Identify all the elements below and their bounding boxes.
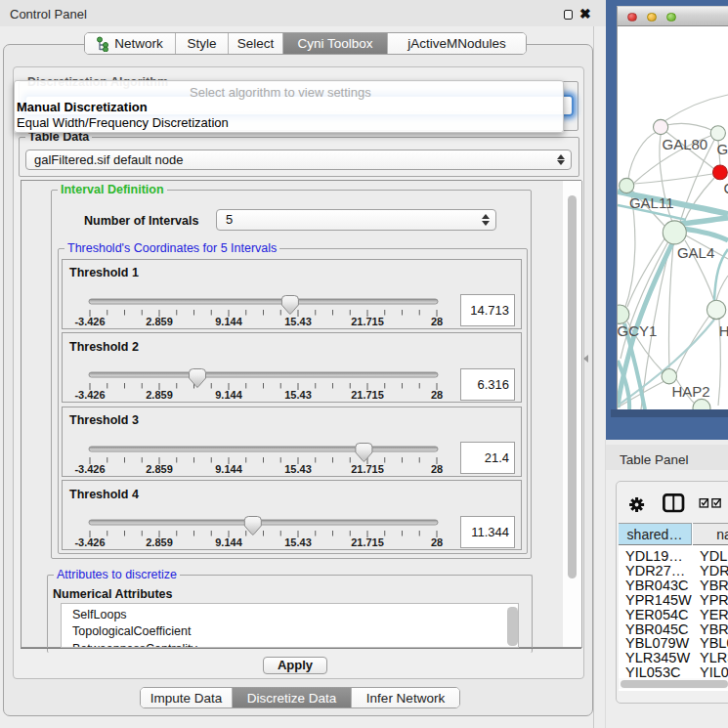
svg-text:GCY1: GCY1 [618, 322, 657, 339]
svg-text:-3.426: -3.426 [74, 536, 105, 548]
svg-text:2.859: 2.859 [146, 315, 173, 326]
svg-text:9.144: 9.144 [215, 315, 242, 326]
svg-text:9.144: 9.144 [215, 389, 242, 401]
svg-text:28: 28 [431, 389, 443, 401]
svg-text:-3.426: -3.426 [74, 462, 105, 474]
svg-text:2.859: 2.859 [146, 389, 173, 401]
svg-text:28: 28 [431, 536, 443, 548]
svg-text:HAP2: HAP2 [671, 383, 709, 400]
svg-text:15.43: 15.43 [284, 315, 312, 326]
svg-text:15.43: 15.43 [284, 462, 312, 474]
svg-text:21.715: 21.715 [351, 389, 384, 401]
svg-text:C: C [724, 180, 728, 196]
svg-text:28: 28 [431, 462, 443, 474]
svg-text:15.43: 15.43 [284, 536, 312, 548]
svg-text:15.43: 15.43 [284, 389, 312, 401]
svg-text:H: H [719, 322, 728, 339]
svg-text:21.715: 21.715 [351, 315, 384, 326]
svg-text:-3.426: -3.426 [74, 389, 105, 401]
svg-text:28: 28 [431, 315, 443, 326]
svg-text:9.144: 9.144 [215, 536, 242, 548]
svg-text:9.144: 9.144 [215, 462, 242, 474]
svg-text:GA: GA [716, 141, 728, 157]
svg-text:GAL80: GAL80 [663, 136, 708, 152]
svg-text:2.859: 2.859 [146, 536, 173, 548]
svg-text:21.715: 21.715 [351, 536, 384, 548]
svg-text:GAL11: GAL11 [629, 194, 674, 211]
svg-text:-3.426: -3.426 [74, 315, 105, 326]
svg-text:GAL4: GAL4 [677, 244, 714, 261]
svg-text:21.715: 21.715 [351, 462, 384, 474]
svg-text:2.859: 2.859 [146, 462, 173, 474]
